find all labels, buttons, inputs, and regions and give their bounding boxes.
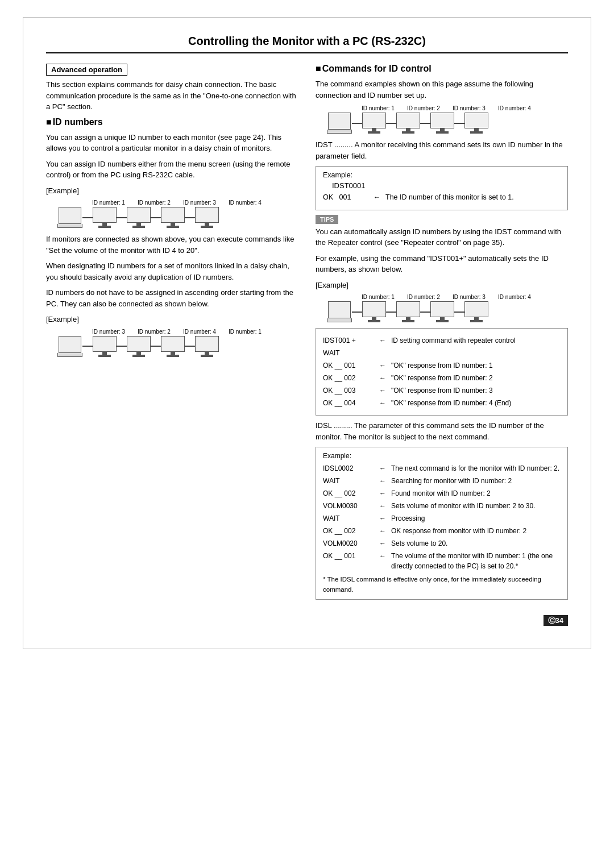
r-mon-screen-4 — [464, 113, 488, 128]
connector — [185, 217, 195, 218]
mon-base-2d — [201, 355, 213, 357]
tips-cmd-name-2: OK __ 002 — [323, 373, 374, 383]
idsl-cmd-wait1: WAIT — [323, 476, 374, 486]
t-mon-base-4 — [470, 320, 483, 322]
r-mon-base-1 — [368, 131, 380, 134]
advanced-operation-label: Advanced operation — [46, 64, 127, 76]
idsl-cmd-0: IDSL0002 — [323, 463, 374, 474]
diagram1-labels: ID number: 1 ID number: 2 ID number: 3 I… — [57, 200, 298, 206]
idsl-cmd-3: OK __ 002 — [323, 526, 374, 536]
connector — [82, 346, 93, 347]
t-mon-screen-2 — [396, 301, 420, 317]
connector — [117, 217, 127, 218]
idsl-desc-4: Sets volume to 20. — [391, 538, 561, 549]
connector — [386, 312, 396, 313]
idsl-arrow-wait1: ← — [374, 476, 391, 486]
pc-body-r — [328, 113, 351, 130]
r-mon-4 — [464, 113, 488, 134]
label-id2: ID number: 2 — [131, 329, 177, 335]
page-container: Controlling the Monitor with a PC (RS-23… — [23, 17, 591, 649]
connector — [352, 312, 362, 313]
daisy-chain-p1: When designating ID numbers for a set of… — [46, 260, 298, 283]
tips-cmd-name-3: OK __ 003 — [323, 385, 374, 396]
idsl-arrow-5: ← — [374, 551, 391, 561]
connector — [82, 217, 93, 218]
idsl-arrow-1: ← — [374, 488, 391, 499]
idsl-desc-3: OK response from monitor with ID number:… — [391, 526, 561, 536]
tips-cmd-desc-3: "OK" response from ID number: 3 — [391, 385, 561, 396]
mon-base-2a — [98, 355, 111, 357]
tips-cmd-desc-2: "OK" response from ID number: 2 — [391, 373, 561, 383]
r-label-id3: ID number: 3 — [446, 105, 492, 111]
idsl-arrow-wait2: ← — [374, 513, 391, 524]
pc-base — [57, 224, 82, 228]
monitor-2c — [161, 336, 185, 357]
diagram2-labels: ID number: 3 ID number: 2 ID number: 4 I… — [57, 329, 298, 335]
t-mon-4 — [464, 301, 488, 322]
pc-unit-2 — [57, 336, 82, 357]
commands-intro: The command examples shown on this page … — [316, 78, 568, 101]
tips-cmd-desc-4: "OK" response from ID number: 4 (End) — [391, 398, 561, 408]
label-id4: ID number: 4 — [177, 329, 222, 335]
idsl-row-5: OK __ 001 ← The volume of the monitor wi… — [323, 551, 561, 571]
mon-base-3 — [167, 226, 179, 228]
pc-body — [59, 207, 81, 224]
mon-screen-3 — [161, 207, 185, 223]
tips-cmd-arrow-1: ← — [374, 360, 391, 371]
t-mon-3 — [430, 301, 454, 322]
pc-unit-r — [327, 113, 352, 134]
label-id4: ID number: 4 — [222, 200, 268, 206]
idsl-desc-1: Found monitor with ID number: 2 — [391, 488, 561, 499]
idsl-row-1: OK __ 002 ← Found monitor with ID number… — [323, 488, 561, 499]
r-mon-base-2 — [402, 131, 414, 134]
t-mon-base-2 — [402, 320, 414, 322]
page-num-value: Ⓒ34 — [544, 615, 568, 626]
mon-base-2b — [132, 355, 145, 357]
idsl-arrow-2: ← — [374, 501, 391, 511]
r-mon-base-3 — [436, 131, 449, 134]
mon-base-2c — [167, 355, 179, 357]
idst-desc: IDST ......... A monitor receiving this … — [316, 139, 568, 161]
t-label-id2: ID number: 2 — [401, 294, 446, 300]
tips-diagram: ID number: 1 ID number: 2 ID number: 3 I… — [327, 294, 568, 322]
daisy-chain-p2: ID numbers do not have to be assigned in… — [46, 287, 298, 309]
idsl-cmd-wait2: WAIT — [323, 513, 374, 524]
connector — [352, 123, 362, 124]
pc-base-t — [327, 318, 352, 322]
idsl-cmd-2: VOLM0030 — [323, 501, 374, 511]
label-id2: ID number: 2 — [131, 200, 177, 206]
t-mon-base-1 — [368, 320, 380, 322]
tips-cmd-row-4: OK __ 004 ← "OK" response from ID number… — [323, 398, 561, 408]
tips-diagram-monitors — [327, 301, 568, 322]
mon-screen-2 — [127, 207, 151, 223]
monitor-4 — [195, 207, 219, 228]
monitor-2b — [127, 336, 151, 357]
tips-cmd-arrow-4: ← — [374, 398, 391, 408]
tips-cmd-arrow-2: ← — [374, 373, 391, 383]
t-mon-screen-4 — [464, 301, 488, 317]
tips-cmd-row-wait: WAIT — [323, 348, 561, 358]
mon-base-1 — [98, 226, 111, 228]
pc-base-2 — [57, 353, 82, 357]
monitor-2a — [93, 336, 117, 357]
t-label-id1: ID number: 1 — [355, 294, 401, 300]
idsl-desc-2: Sets volume of monitor with ID number: 2… — [391, 501, 561, 511]
tips-cmd-row-2: OK __ 002 ← "OK" response from ID number… — [323, 373, 561, 383]
idsl-desc-5: The volume of the monitor with ID number… — [391, 551, 561, 571]
label-id1: ID number: 1 — [222, 329, 268, 335]
pc-body-2 — [59, 336, 81, 353]
connector — [420, 312, 430, 313]
tips-cmd-name-1: OK __ 001 — [323, 360, 374, 371]
mon-base-2 — [132, 226, 145, 228]
tips-label: TIPS — [316, 215, 338, 224]
monitor-2d — [195, 336, 219, 357]
idsl-row-wait1: WAIT ← Searching for monitor with ID num… — [323, 476, 561, 486]
idsl-cmd-4: VOLM0020 — [323, 538, 374, 549]
t-label-id4: ID number: 4 — [492, 294, 537, 300]
r-mon-screen-2 — [396, 113, 420, 128]
tips-section: TIPS You can automatically assign ID num… — [316, 215, 568, 275]
tips-p1: You can automatically assign ID numbers … — [316, 226, 568, 248]
example-idst-label: Example: — [323, 171, 561, 179]
r-label-id4: ID number: 4 — [492, 105, 537, 111]
tips-cmd-desc-0: ID setting command with repeater control — [391, 335, 561, 346]
